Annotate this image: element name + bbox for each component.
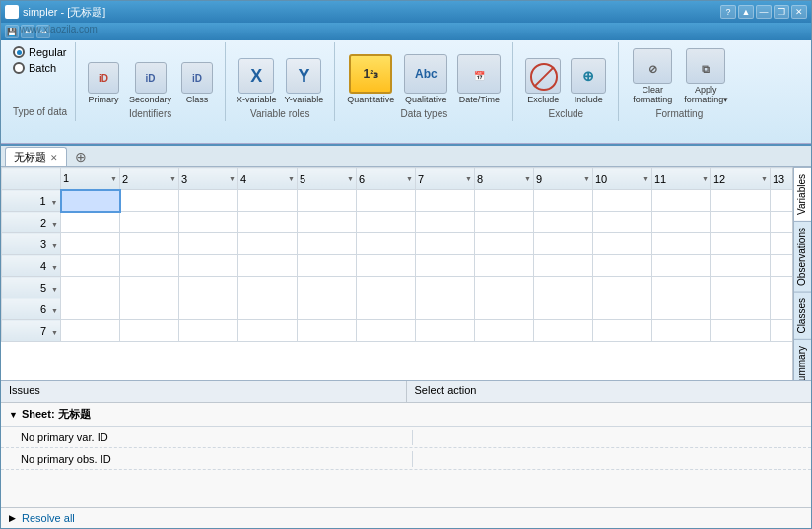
col-header-12[interactable]: 12▼ (711, 168, 771, 190)
regular-radio[interactable]: Regular (13, 46, 67, 58)
col-header-7[interactable]: 7▼ (416, 168, 475, 190)
datetime-icon: 📅 (457, 54, 501, 94)
include-button[interactable]: ⊕ Include (567, 56, 610, 106)
col-header-3[interactable]: 3▼ (179, 168, 238, 190)
sidebar-tab-classes[interactable]: Classes (794, 292, 811, 340)
sheet-name: Sheet: 无标题 (22, 407, 91, 422)
quantitative-icon: 1²₃ (349, 54, 392, 94)
tab-close-button[interactable]: ✕ (50, 153, 58, 163)
issue-row-2: No primary obs. ID (1, 448, 811, 470)
type-of-data-group: Regular Batch Type of data (5, 42, 76, 121)
settings-button[interactable]: ▲ (738, 5, 754, 19)
col-header-1[interactable]: 1▼ (61, 168, 120, 190)
col-dropdown-9[interactable]: ▼ (583, 175, 590, 182)
resolve-arrow-icon[interactable]: ▶ (9, 513, 16, 523)
x-variable-label: X-variable (237, 95, 277, 104)
cell-1-2[interactable] (120, 190, 179, 212)
col-dropdown-6[interactable]: ▼ (406, 175, 413, 182)
cell-1-3[interactable] (179, 190, 238, 212)
col-dropdown-2[interactable]: ▼ (169, 175, 176, 182)
col-dropdown-8[interactable]: ▼ (524, 175, 531, 182)
row-header-2[interactable]: 2 ▼ (2, 212, 61, 233)
tab-label: 无标题 (14, 150, 46, 165)
col-header-6[interactable]: 6▼ (357, 168, 416, 190)
sidebar-tab-observations[interactable]: Observations (794, 221, 811, 292)
row-header-7[interactable]: 7 ▼ (2, 320, 61, 342)
resolve-all-button[interactable]: Resolve all (22, 512, 75, 524)
tab-add-button[interactable]: ⊕ (69, 147, 93, 166)
col-header-9[interactable]: 9▼ (534, 168, 593, 190)
help-button[interactable]: ? (720, 5, 736, 19)
apply-formatting-button[interactable]: ⧉ Apply formatting▾ (680, 46, 731, 106)
qa-save[interactable]: 💾 (5, 25, 19, 38)
col-header-11[interactable]: 11▼ (652, 168, 711, 190)
cell-1-6[interactable] (357, 190, 416, 212)
include-label: Include (575, 95, 603, 104)
qualitative-button[interactable]: Abc Qualitative (400, 52, 451, 106)
title-bar-controls: ? ▲ — ❐ ✕ (720, 5, 807, 19)
cell-1-10[interactable] (593, 190, 652, 212)
sheet-collapse-arrow[interactable]: ▼ (9, 410, 18, 420)
variable-role-buttons: X X-variable Y Y-variable (234, 44, 326, 106)
x-variable-button[interactable]: X X-variable (234, 56, 280, 106)
secondary-button[interactable]: iD Secondary (125, 60, 175, 106)
batch-radio[interactable]: Batch (13, 62, 67, 74)
cell-1-11[interactable] (652, 190, 711, 212)
col-header-5[interactable]: 5▼ (298, 168, 357, 190)
class-button[interactable]: iD Class (177, 60, 217, 106)
cell-1-8[interactable] (475, 190, 534, 212)
quantitative-label: Quantitative (347, 95, 394, 104)
tab-wubiaoti[interactable]: 无标题 ✕ (5, 147, 67, 166)
col-dropdown-3[interactable]: ▼ (229, 175, 236, 182)
col-dropdown-7[interactable]: ▼ (465, 175, 472, 182)
identifiers-label: Identifiers (129, 106, 171, 119)
cell-1-5[interactable] (298, 190, 357, 212)
data-grid: 1▼ 2▼ 3▼ 4▼ 5▼ 6▼ 7▼ 8▼ 9▼ 10▼ 11▼ (1, 167, 792, 342)
col-header-2[interactable]: 2▼ (120, 168, 179, 190)
cell-1-7[interactable] (416, 190, 475, 212)
y-variable-button[interactable]: Y Y-variable (282, 56, 327, 106)
col-dropdown-4[interactable]: ▼ (288, 175, 295, 182)
cell-1-12[interactable] (711, 190, 771, 212)
col-header-4[interactable]: 4▼ (238, 168, 298, 190)
col-header-10[interactable]: 10▼ (593, 168, 652, 190)
class-label: Class (186, 95, 209, 104)
y-variable-icon: Y (286, 58, 321, 94)
exclude-buttons: Exclude ⊕ Include (521, 44, 610, 106)
clear-formatting-label: Clear formatting (631, 85, 674, 104)
watermark: www.xlaozila.com (20, 24, 98, 34)
primary-button[interactable]: iD Primary (84, 60, 123, 106)
col-header-13[interactable]: 13▼ (771, 168, 793, 190)
datetime-button[interactable]: 📅 Date/Time (453, 52, 505, 106)
grid-scroll-area[interactable]: 1▼ 2▼ 3▼ 4▼ 5▼ 6▼ 7▼ 8▼ 9▼ 10▼ 11▼ (1, 167, 792, 380)
quantitative-button[interactable]: 1²₃ Quantitative (343, 52, 398, 106)
row-header-6[interactable]: 6 ▼ (2, 298, 61, 320)
bottom-content: ▼ Sheet: 无标题 No primary var. ID No prima… (1, 403, 811, 507)
row-header-1[interactable]: 1 ▼ (2, 190, 61, 212)
sidebar-tab-variables[interactable]: Variables (794, 167, 811, 221)
cell-1-9[interactable] (534, 190, 593, 212)
col-dropdown-11[interactable]: ▼ (702, 175, 709, 182)
restore-button[interactable]: ❐ (774, 5, 789, 19)
exclude-button[interactable]: Exclude (521, 56, 565, 106)
cell-1-1[interactable] (61, 190, 120, 212)
col-header-8[interactable]: 8▼ (475, 168, 534, 190)
col-dropdown-10[interactable]: ▼ (643, 175, 649, 182)
row-header-4[interactable]: 4 ▼ (2, 255, 61, 277)
minimize-button[interactable]: — (756, 5, 772, 19)
row-header-5[interactable]: 5 ▼ (2, 277, 61, 298)
app-logo (5, 5, 19, 19)
clear-formatting-button[interactable]: ⊘ Clear formatting (627, 46, 678, 106)
col-dropdown-1[interactable]: ▼ (110, 175, 117, 182)
cell-1-13[interactable] (771, 190, 793, 212)
qualitative-label: Qualitative (405, 95, 447, 104)
col-dropdown-12[interactable]: ▼ (761, 175, 768, 182)
title-bar: simpler - [无标题] ? ▲ — ❐ ✕ (1, 1, 811, 23)
ribbon: Regular Batch Type of data (1, 40, 811, 144)
cell-1-4[interactable] (238, 190, 298, 212)
cell-2-1[interactable] (61, 212, 120, 233)
close-button[interactable]: ✕ (791, 5, 807, 19)
row-header-3[interactable]: 3 ▼ (2, 233, 61, 255)
sidebar-tab-summary[interactable]: Summary (794, 339, 811, 380)
col-dropdown-5[interactable]: ▼ (347, 175, 354, 182)
